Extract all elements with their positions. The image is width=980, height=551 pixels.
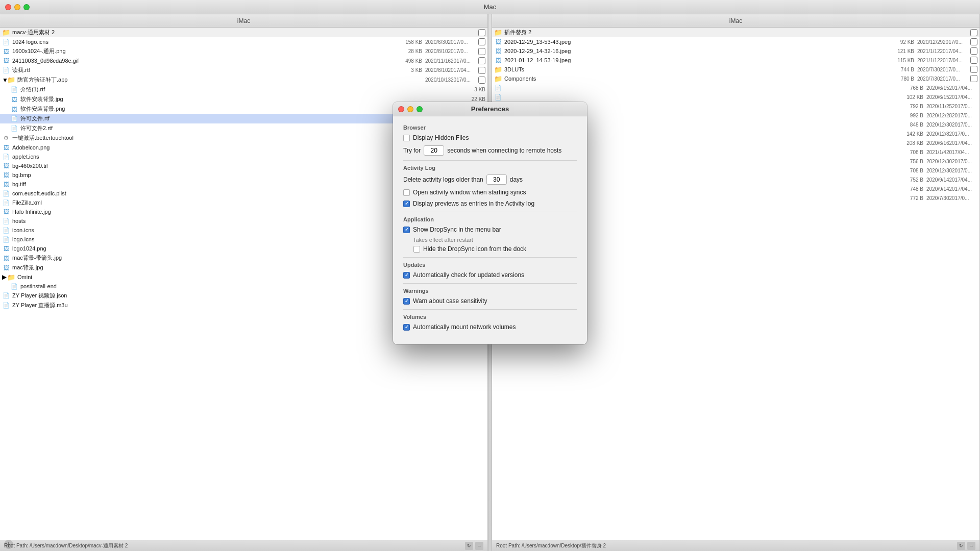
- add-folder-button[interactable]: +: [4, 540, 13, 549]
- file-check[interactable]: [478, 38, 485, 45]
- file-date: 2020/6/162017/04...: [926, 140, 977, 146]
- sync-action-icon-right[interactable]: →: [967, 542, 975, 550]
- file-name: 2020-12-29_13-53-43.jpeg: [504, 39, 889, 45]
- case-sensitivity-label: Warn about case sensitivity: [413, 297, 487, 305]
- modal-close-button[interactable]: [398, 106, 404, 112]
- maximize-button[interactable]: [23, 4, 30, 10]
- list-item[interactable]: 📄 1024 logo.icns 158 KB 2020/6/302017/0.…: [0, 37, 487, 46]
- list-item[interactable]: 🖼 2020-12-29_14-32-16.jpeg 121 KB 2021/1…: [492, 46, 979, 56]
- case-sensitivity-checkbox[interactable]: [403, 298, 410, 305]
- modal-title-bar: Preferences: [393, 102, 587, 116]
- try-for-prefix: Try for: [403, 147, 421, 154]
- file-size: 208 KB: [900, 140, 923, 146]
- left-root-folder-check[interactable]: [478, 29, 485, 36]
- list-item[interactable]: 📁 Components 780 B 2020/7/302017/0...: [492, 74, 979, 83]
- modal-title: Preferences: [471, 105, 509, 113]
- file-size: 756 B: [900, 159, 923, 164]
- file-icon: 📄: [494, 84, 502, 91]
- file-size: 748 B: [900, 186, 923, 192]
- file-check[interactable]: [478, 77, 485, 84]
- show-in-menubar-checkbox[interactable]: [403, 227, 410, 233]
- list-item[interactable]: 📄 768 B 2020/6/152017/04...: [492, 83, 979, 92]
- delete-logs-row: Delete activity logs older than days: [403, 174, 577, 185]
- minimize-button[interactable]: [14, 4, 20, 10]
- close-button[interactable]: [5, 4, 11, 10]
- auto-mount-checkbox[interactable]: [403, 324, 410, 331]
- left-root-folder[interactable]: 📁 macv-通用素材 2: [0, 28, 487, 37]
- divider-3: [403, 257, 577, 258]
- modal-controls[interactable]: [398, 106, 423, 112]
- file-size: 772 B: [900, 195, 923, 201]
- sync-icon[interactable]: ↻: [465, 542, 473, 550]
- left-bottom-bar: Root Path: /Users/macdown/Desktop/macv-通…: [0, 540, 487, 551]
- file-date: 2020/9/142017/04...: [926, 186, 977, 192]
- try-for-row: Try for seconds when connecting to remot…: [403, 145, 577, 156]
- list-item[interactable]: 📁 3DLUTs 744 B 2020/7/302017/0...: [492, 65, 979, 74]
- auto-mount-row: Automatically mount network volumes: [403, 323, 577, 331]
- file-size: 744 B: [891, 67, 914, 72]
- file-icon: 📄: [2, 302, 10, 309]
- folder-icon: 📁: [494, 29, 502, 36]
- expand-icon[interactable]: ▼: [2, 77, 7, 84]
- file-size: 121 KB: [891, 48, 914, 54]
- modal-minimize-button[interactable]: [407, 106, 413, 112]
- file-check[interactable]: [478, 57, 485, 64]
- list-item[interactable]: 🖼 2021-01-12_14-53-19.jpeg 115 KB 2021/1…: [492, 56, 979, 65]
- divider-5: [403, 309, 577, 310]
- left-panel-header: iMac: [0, 14, 487, 28]
- browser-section-label: Browser: [403, 124, 577, 131]
- application-section-label: Application: [403, 216, 577, 222]
- list-item[interactable]: 📄 读我.rtf 3 KB 2020/8/102017/04...: [0, 65, 487, 75]
- image-icon: 🖼: [2, 162, 10, 169]
- right-root-folder-check[interactable]: [970, 29, 977, 36]
- file-date: 2020/6/302017/0...: [425, 39, 476, 45]
- folder-icon: 📁: [494, 66, 502, 73]
- file-check[interactable]: [970, 66, 977, 73]
- right-panel-header: iMac: [492, 14, 979, 28]
- file-name: 2020-12-29_14-32-16.jpeg: [504, 48, 889, 54]
- delete-logs-input[interactable]: [486, 174, 507, 185]
- file-size: 752 B: [900, 177, 923, 183]
- open-activity-window-checkbox[interactable]: [403, 189, 410, 196]
- list-item[interactable]: ▼ 📁 防官方验证补丁.app 2020/10/132017/0...: [0, 75, 487, 85]
- file-check[interactable]: [478, 67, 485, 74]
- modal-maximize-button[interactable]: [416, 106, 423, 112]
- try-for-suffix: seconds when connecting to remote hosts: [447, 147, 561, 154]
- file-date: 2020/7/302017/0...: [917, 67, 968, 72]
- folder-icon: 📁: [494, 75, 502, 82]
- auto-check-updates-checkbox[interactable]: [403, 272, 410, 279]
- display-previews-checkbox[interactable]: [403, 201, 410, 207]
- expand-icon[interactable]: ▶: [2, 273, 7, 281]
- list-item[interactable]: 🖼 2020-12-29_13-53-43.jpeg 92 KB 2020/12…: [492, 37, 979, 46]
- try-for-input[interactable]: [424, 145, 444, 156]
- file-check[interactable]: [970, 47, 977, 55]
- delete-logs-prefix: Delete activity logs older than: [403, 176, 483, 183]
- sync-icon-right[interactable]: ↻: [957, 542, 965, 550]
- file-check[interactable]: [970, 38, 977, 45]
- divider-2: [403, 212, 577, 212]
- window-controls[interactable]: [5, 4, 30, 10]
- hide-from-dock-checkbox[interactable]: [413, 246, 420, 253]
- file-size: 28 KB: [399, 48, 422, 54]
- list-item[interactable]: 📄 102 KB 2020/6/152017/04...: [492, 92, 979, 102]
- image-icon: 🖼: [2, 144, 10, 151]
- list-item[interactable]: 🖼 24110033_0d98cda98e.gif 498 KB 2020/11…: [0, 56, 487, 65]
- display-hidden-files-checkbox[interactable]: [403, 135, 410, 141]
- right-root-folder[interactable]: 📁 插件替身 2: [492, 28, 979, 37]
- display-hidden-files-label: Display Hidden Files: [413, 134, 469, 141]
- hide-from-dock-label: Hide the DropSync icon from the dock: [423, 245, 526, 253]
- file-date: 2021/1/42017/04...: [926, 149, 977, 155]
- file-check[interactable]: [970, 75, 977, 82]
- file-date: 2021/1/122017/04...: [917, 58, 968, 63]
- auto-mount-label: Automatically mount network volumes: [413, 323, 516, 331]
- file-date: 2020/7/302017/0...: [926, 195, 977, 201]
- sync-action-icon[interactable]: →: [475, 542, 483, 550]
- list-item[interactable]: 📄 介绍(1).rtf 3 KB: [0, 85, 487, 94]
- file-icon: 📄: [494, 93, 502, 101]
- list-item[interactable]: 🖼 1600x1024-.通用.png 28 KB 2020/8/102017/…: [0, 46, 487, 56]
- image-icon: 🖼: [2, 255, 10, 262]
- image-icon: 🖼: [2, 57, 10, 64]
- preferences-dialog: Preferences Browser Display Hidden Files…: [393, 102, 587, 344]
- file-check[interactable]: [478, 48, 485, 55]
- file-check[interactable]: [970, 57, 977, 64]
